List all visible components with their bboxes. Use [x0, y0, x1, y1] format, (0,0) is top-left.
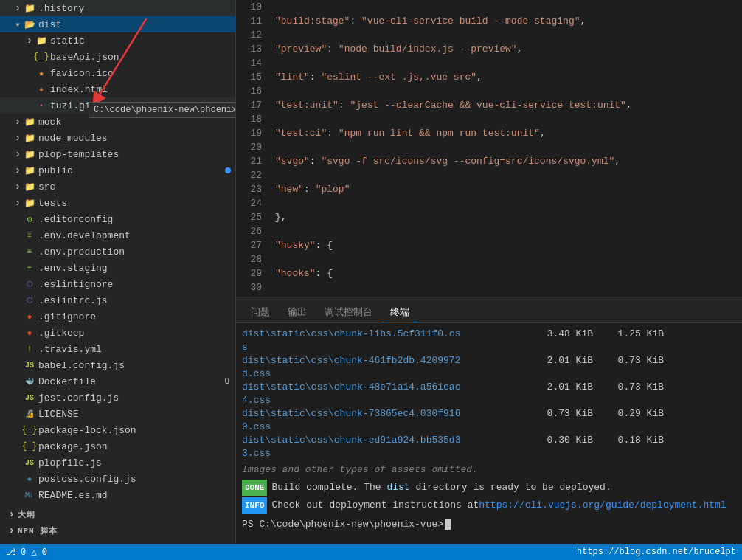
terminal-row: dist\static\css\chunk-libs.5cf311f0.css … — [242, 328, 736, 354]
code-token: "test:ci" — [275, 126, 327, 140]
sidebar-item-public[interactable]: 📁 public — [0, 162, 235, 179]
section-header-localhistory[interactable]: LOCAL HISTORY — [0, 539, 235, 544]
sidebar-item-dockerfile[interactable]: 🐳 Dockerfile U — [0, 373, 235, 390]
code-token: : — [350, 14, 361, 28]
sidebar-item-faviconico[interactable]: ★ favicon.ico — [0, 65, 235, 81]
code-token: : { — [316, 238, 333, 252]
term-file: dist\static\css\chunk-73865ec4.030f9169.… — [242, 407, 522, 434]
sidebar-item-editorconfig[interactable]: ⚙ .editorconfig — [0, 211, 235, 227]
code-line: "build:stage": "vue-cli-service build --… — [275, 14, 742, 28]
sidebar-item-eslintignore[interactable]: ⬡ .eslintignore — [0, 276, 235, 292]
terminal-row: dist\static\css\chunk-461fb2db.4209972d.… — [242, 354, 736, 381]
code-token: "preview" — [275, 42, 327, 56]
tab-label: 终端 — [390, 305, 409, 319]
sidebar-item-eslintrcjs[interactable]: ⬡ .eslintrc.js — [0, 292, 235, 308]
sidebar-item-packagelockjson[interactable]: { } package-lock.json — [0, 422, 235, 438]
chevron-right-icon — [12, 165, 24, 176]
section-label: NPM 脚本 — [18, 525, 58, 536]
sidebar-item-envprod[interactable]: ≡ .env.production — [0, 243, 235, 260]
line-num: 21 — [236, 154, 262, 168]
chevron-right-icon — [6, 525, 18, 536]
sidebar-item-readmeesmd[interactable]: M↓ README.es.md — [0, 487, 235, 503]
file-label: postcss.config.js — [38, 474, 136, 485]
term-info-msg: Check out deployment instructions at — [271, 498, 479, 513]
terminal-row: dist\static\css\chunk-ed91a924.bb535d33.… — [242, 434, 736, 460]
chevron-right-icon — [12, 148, 24, 160]
sidebar-item-baseapijson[interactable]: { } baseApi.json — [0, 49, 235, 65]
tab-output[interactable]: 输出 — [279, 302, 316, 322]
chevron-down-icon — [6, 542, 18, 545]
tab-problems[interactable]: 问题 — [242, 302, 279, 322]
section-header-npm[interactable]: NPM 脚本 — [0, 522, 235, 539]
line-num: 26 — [236, 224, 262, 238]
file-label: .env.staging — [38, 263, 108, 274]
sidebar-item-envdev[interactable]: ≡ .env.development — [0, 227, 235, 243]
code-token: "svgo" — [275, 154, 310, 168]
line-num: 19 — [236, 126, 262, 140]
term-link[interactable]: https://cli.vuejs.org/guide/deployment.h… — [479, 498, 726, 513]
terminal-content[interactable]: dist\static\css\chunk-libs.5cf311f0.css … — [236, 323, 742, 544]
folder-open-icon: 📂 — [24, 18, 35, 30]
code-line: "husky": { — [275, 238, 742, 252]
sidebar-item-envstaging[interactable]: ≡ .env.staging — [0, 260, 235, 276]
line-num: 23 — [236, 182, 262, 196]
code-token: : — [327, 126, 339, 140]
file-label: tests — [38, 198, 67, 209]
badge-done: DONE — [242, 480, 267, 496]
git-branch-icon: ⎇ — [6, 547, 16, 558]
file-label: .env.production — [38, 246, 125, 257]
code-token: : — [310, 70, 322, 84]
code-token: : — [327, 42, 339, 56]
code-token: "vue-cli-service build --mode staging" — [361, 14, 580, 28]
code-token: , — [626, 98, 632, 112]
code-token: , — [580, 14, 586, 28]
folder-icon: 📁 — [35, 35, 47, 46]
code-token: : — [310, 154, 322, 168]
sidebar-item-src[interactable]: 📁 src — [0, 179, 235, 195]
status-bar: ⎇ 0 △ 0 https://blog.csdn.net/brucelpt — [0, 544, 742, 560]
sidebar-item-ploptemplates[interactable]: 📁 plop-templates — [0, 146, 235, 162]
tab-label: 问题 — [251, 305, 270, 319]
file-label: favicon.ico — [50, 68, 114, 79]
terminal-area: dist\static\css\chunk-libs.5cf311f0.css … — [236, 322, 742, 544]
sidebar-item-gitkeep[interactable]: ◆ .gitkeep — [0, 325, 235, 341]
sidebar-item-gitignore[interactable]: ◆ .gitignore — [0, 308, 235, 325]
sidebar-item-plopfilejs[interactable]: JS plopfile.js — [0, 454, 235, 471]
sidebar-item-dist[interactable]: 📂 dist — [0, 16, 235, 32]
eslint-js-icon: ⬡ — [24, 294, 35, 306]
line-num: 29 — [236, 266, 262, 280]
sidebar-item-indexhtml[interactable]: ◈ index.html — [0, 81, 235, 97]
status-left: ⎇ 0 △ 0 — [6, 547, 47, 558]
sidebar-item-nodemodules[interactable]: 📁 node_modules — [0, 130, 235, 146]
tab-debug[interactable]: 调试控制台 — [316, 302, 381, 322]
file-label: dist — [38, 19, 61, 30]
file-label: baseApi.json — [50, 52, 119, 63]
sidebar-item-postcssconfig[interactable]: ◈ postcss.config.js — [0, 471, 235, 487]
term-gzip: 0.18 KiB — [605, 434, 664, 460]
tab-terminal[interactable]: 终端 — [381, 302, 418, 322]
js-icon: JS — [24, 457, 35, 469]
sidebar-item-history[interactable]: 📁 .history — [0, 0, 235, 16]
panel-tabs: 问题 输出 调试控制台 终端 — [236, 297, 742, 322]
line-num: 20 — [236, 140, 262, 154]
section-header-outline[interactable]: 大纲 — [0, 506, 235, 522]
code-content[interactable]: "build:stage": "vue-cli-service build --… — [269, 0, 742, 297]
code-token: "test:unit" — [275, 98, 339, 112]
term-file: dist\static\css\chunk-libs.5cf311f0.css — [242, 328, 522, 354]
sidebar-item-babelconfig[interactable]: JS babel.config.js — [0, 357, 235, 373]
folder-icon: 📁 — [24, 116, 35, 128]
sidebar-item-license[interactable]: 🔏 LICENSE — [0, 406, 235, 422]
sidebar-item-jestconfig[interactable]: JS jest.config.js — [0, 390, 235, 406]
file-label: README.es.md — [38, 490, 108, 501]
sidebar-item-packagejson[interactable]: { } package.json — [0, 438, 235, 454]
section-label: LOCAL HISTORY — [18, 542, 89, 544]
file-label: index.html — [50, 84, 108, 95]
sidebar-item-tests[interactable]: 📁 tests — [0, 195, 235, 211]
term-done-msg: Build complete. The dist directory is re… — [271, 480, 611, 495]
sidebar-item-static[interactable]: 📁 static — [0, 32, 235, 49]
sidebar-item-travisyml[interactable]: ! .travis.yml — [0, 341, 235, 357]
status-right: https://blog.csdn.net/brucelpt — [577, 547, 736, 557]
line-numbers: 10 11 12 13 14 15 16 17 18 19 20 21 22 2… — [236, 0, 269, 297]
file-label: mock — [38, 117, 61, 128]
term-cursor — [445, 519, 451, 530]
